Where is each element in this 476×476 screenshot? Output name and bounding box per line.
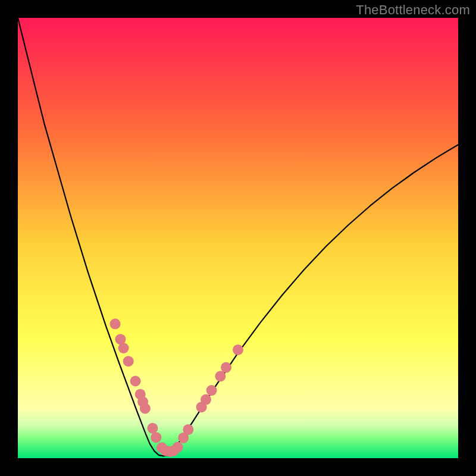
curve-marker — [130, 376, 141, 387]
curve-marker — [173, 442, 183, 453]
curve-marker — [147, 423, 158, 434]
curve-marker — [110, 318, 121, 329]
curve-marker — [118, 343, 129, 353]
watermark-text: TheBottleneck.com — [356, 2, 470, 18]
curve-marker — [221, 362, 231, 373]
curve-marker — [151, 432, 161, 443]
curve-markers — [110, 318, 243, 457]
curve-marker — [123, 356, 134, 367]
bottleneck-curve — [18, 18, 458, 456]
curve-layer — [18, 18, 458, 458]
curve-marker — [140, 403, 151, 414]
curve-marker — [183, 424, 193, 435]
curve-marker — [206, 385, 217, 396]
plot-area — [18, 18, 458, 458]
curve-marker — [201, 394, 211, 405]
root-frame: TheBottleneck.com — [0, 0, 476, 476]
curve-marker — [233, 345, 243, 355]
curve-marker — [215, 371, 226, 381]
